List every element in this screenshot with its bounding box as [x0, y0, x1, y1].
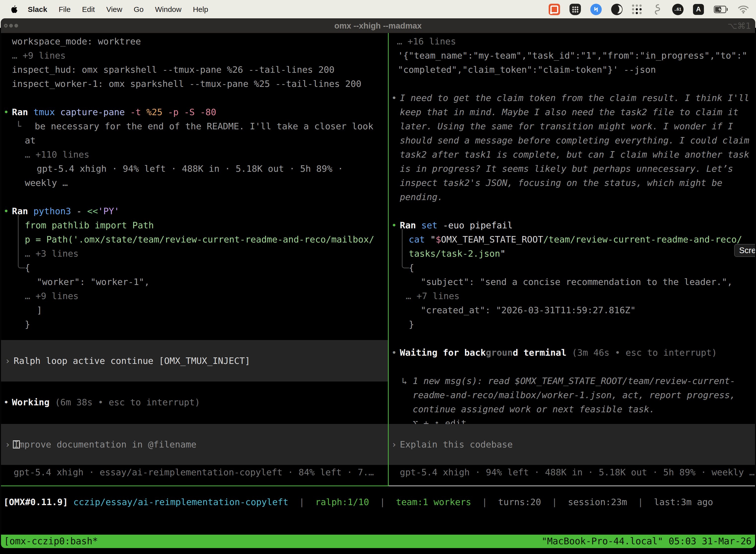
window-title: omx --xhigh --madmax	[1, 19, 755, 33]
terminal-line: Ran set -euo pipefail	[400, 218, 513, 232]
text-seg: •	[391, 93, 397, 103]
text-seg: Ran	[12, 107, 28, 117]
text-seg: cczip/essay/ai-reimplementation-copyleft	[73, 497, 289, 507]
menu-bar: Slack FileEditViewGoWindowHelp ..61 A	[0, 0, 756, 19]
text-seg	[68, 497, 73, 507]
apple-menu-icon[interactable]	[10, 4, 18, 14]
terminal-line: ›	[5, 354, 10, 368]
terminal-line: task2 after task1 is complete, but can I…	[400, 148, 749, 162]
text-seg: %25	[141, 107, 163, 117]
terminal-line: tasks/task-2.json"	[409, 246, 505, 261]
terminal-line: Explain this codebase	[400, 437, 513, 451]
terminal-line: •	[391, 218, 397, 232]
text-seg: <<	[87, 206, 98, 216]
terminal-line: "created_at": "2026-03-31T11:59:27.816Z"	[421, 303, 636, 317]
text-seg: 'PY'	[98, 206, 120, 216]
terminal-line: from pathlib import Path	[25, 218, 154, 232]
text-seg: └	[16, 121, 21, 131]
right-pane-border	[389, 486, 755, 486]
terminal-line: at	[25, 133, 36, 148]
terminal-line: is in progress? It seems likely but perh…	[400, 162, 733, 176]
text-seg	[416, 220, 422, 230]
text-seg: "created_at": "2026-03-31T11:59:27.816Z"	[421, 305, 636, 315]
text-seg: '{"team_name":"my-team","task_id":"1","f…	[398, 50, 747, 61]
text-seg: inspect task2's JSON, focusing on the st…	[400, 178, 722, 188]
text-seg: •	[391, 347, 397, 358]
terminal-line: Working (6m 38s • esc to interrupt)	[12, 395, 200, 409]
grid-glyph	[572, 6, 578, 13]
text-seg: •	[3, 107, 9, 117]
text-seg	[28, 107, 34, 117]
squiggle-icon[interactable]	[651, 4, 663, 15]
terminal-line: }	[25, 317, 30, 331]
menu-item-view[interactable]: View	[106, 5, 122, 14]
count-badge-icon[interactable]: ..61	[672, 4, 684, 15]
text-seg: {	[25, 263, 30, 273]
dots-grid-icon[interactable]	[632, 4, 642, 14]
tmux-host-clock: "MacBook-Pro-44.local" 05:03 31-Mar-26	[542, 535, 752, 548]
text-seg: continue assigned work or next feasible …	[413, 404, 654, 414]
text-seg: "	[500, 248, 505, 259]
terminal-line: cat "$OMX_TEAM_STATE_ROOT/team/review-cu…	[409, 232, 742, 246]
text-seg: Ran	[400, 220, 416, 230]
verified-badge-icon[interactable]	[590, 4, 602, 15]
text-seg: … +3 lines	[25, 248, 79, 259]
keyboard-input-icon[interactable]: A	[693, 4, 704, 15]
screen-tooltip: Scre	[734, 244, 755, 257]
text-seg: •	[391, 220, 397, 230]
text-seg: p = Path('.omx/state/team/review-current…	[25, 234, 374, 244]
tmux-session-label: [omx-cczip0:bash*	[4, 535, 98, 548]
menu-item-go[interactable]: Go	[134, 5, 144, 14]
menu-item-window[interactable]: Window	[155, 5, 182, 14]
eclipse-app-icon[interactable]	[611, 4, 623, 15]
shield-grid-icon[interactable]	[569, 4, 581, 15]
text-seg: |	[289, 497, 315, 507]
menu-app-name[interactable]: Slack	[28, 5, 47, 14]
text-seg: readme-and-reco/mailbox/worker-1.json, a…	[413, 390, 735, 400]
terminal-line: •	[3, 105, 9, 119]
window-titlebar[interactable]: omx --xhigh --madmax ⌥⌘1	[1, 19, 755, 33]
terminal-line: ›	[391, 437, 397, 451]
text-seg: gpt-5.4 xhigh · 94% left · 488K in · 5.1…	[37, 164, 343, 174]
text-seg: team:1 workers	[396, 497, 471, 507]
terminal-line: "subject": "send a concise recommendatio…	[421, 275, 733, 289]
battery-body	[714, 6, 726, 13]
terminal-line: pending.	[400, 190, 443, 204]
text-seg: set	[422, 220, 438, 230]
text-seg: at	[25, 135, 36, 146]
tmux-status-bar: [omx-cczip0:bash* "MacBook-Pro-44.local"…	[1, 535, 755, 548]
code-block-bracket-left	[18, 215, 25, 268]
wifi-glyph	[738, 5, 749, 14]
terminal-line: … +110 lines	[25, 148, 89, 162]
text-seg: (6m 38s • esc to interrupt)	[50, 397, 200, 407]
menu-item-edit[interactable]: Edit	[82, 5, 95, 14]
pane-divider	[388, 33, 389, 486]
text-seg: … +16 lines	[397, 36, 456, 46]
text-seg: inspect_hud: omx sparkshell --tmux-pane …	[12, 64, 334, 75]
text-seg: "worker": "worker-1",	[37, 277, 149, 287]
terminal-line: gpt-5.4 xhigh · 94% left · 488K in · 5.1…	[37, 162, 343, 176]
terminal-line: •	[391, 345, 397, 359]
wifi-icon[interactable]	[738, 4, 749, 15]
text-seg: … +110 lines	[25, 150, 89, 160]
menu-item-file[interactable]: File	[59, 5, 70, 14]
terminal-line: └	[16, 119, 21, 133]
terminal-line: inspect_worker-1: omx sparkshell --tmux-…	[12, 77, 361, 91]
text-seg: is in progress? It seems likely but perh…	[400, 164, 733, 174]
terminal-line: gpt-5.4 xhigh · 94% left · 488K in · 5.1…	[400, 465, 755, 479]
text-seg: … +9 lines	[12, 50, 66, 61]
terminal-line: Waiting for background terminal (3m 46s …	[400, 345, 717, 359]
terminal-line: readme-and-reco/mailbox/worker-1.json, a…	[413, 388, 735, 402]
text-seg: |	[541, 497, 568, 507]
chat-app-icon[interactable]	[549, 4, 560, 15]
tooltip-text: Scre	[739, 246, 755, 255]
battery-icon[interactable]	[713, 4, 728, 15]
chat-bubble-glyph	[550, 5, 558, 13]
text-seg: task2 after task1 is complete, but can I…	[400, 150, 749, 160]
terminal-line: "completed","claim_token":"claim-token"}…	[398, 63, 656, 77]
text-seg: "completed","claim_token":"claim-token"}…	[398, 64, 656, 75]
text-seg: session:23m	[568, 497, 627, 507]
terminal-line: weekly …	[25, 176, 68, 190]
text-seg: turns:20	[498, 497, 541, 507]
menu-item-help[interactable]: Help	[193, 5, 208, 14]
